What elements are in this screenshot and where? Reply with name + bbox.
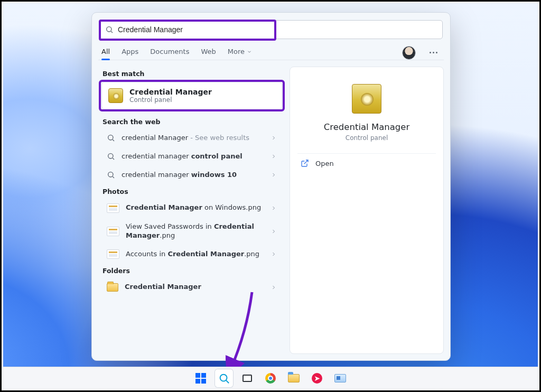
- chevron-right-icon: [270, 135, 277, 141]
- windows-logo-icon: [195, 373, 206, 384]
- svg-point-4: [108, 154, 113, 158]
- control-panel-icon: [334, 374, 346, 382]
- search-icon: [107, 171, 115, 179]
- details-subtitle: Control panel: [297, 134, 436, 142]
- best-match-subtitle: Control panel: [129, 96, 212, 104]
- section-best-match: Best match: [98, 67, 285, 81]
- photo-result[interactable]: Accounts in Credential Manager.png: [100, 245, 283, 264]
- svg-line-7: [113, 176, 114, 178]
- web-result[interactable]: credential Manager - See web results: [100, 129, 283, 147]
- image-thumbnail-icon: [107, 227, 119, 236]
- chevron-right-icon: [270, 228, 277, 235]
- credential-manager-icon: [352, 84, 381, 114]
- app-icon: ➤: [312, 373, 322, 384]
- details-title: Credential Manager: [297, 122, 436, 132]
- credential-manager-icon: [108, 88, 123, 103]
- best-match-result[interactable]: Credential Manager Control panel: [101, 82, 282, 109]
- taskbar-search-button[interactable]: [214, 369, 234, 388]
- svg-line-1: [111, 31, 113, 33]
- taskbar-app-control-panel[interactable]: [331, 369, 350, 388]
- search-input[interactable]: [118, 25, 437, 34]
- svg-line-10: [226, 380, 229, 382]
- result-details-pane: Credential Manager Control panel Open: [290, 67, 444, 354]
- user-avatar[interactable]: [402, 46, 416, 60]
- search-box[interactable]: [99, 20, 443, 39]
- svg-point-0: [107, 27, 111, 32]
- chevron-down-icon: [247, 49, 252, 54]
- task-view-button[interactable]: [238, 369, 257, 388]
- chevron-right-icon: [270, 251, 277, 257]
- task-view-icon: [242, 375, 252, 382]
- svg-line-3: [113, 140, 114, 142]
- svg-point-6: [108, 172, 113, 177]
- search-icon: [218, 372, 230, 384]
- search-icon: [107, 152, 115, 161]
- web-result[interactable]: credential manager windows 10: [100, 166, 283, 184]
- filter-tab-apps[interactable]: Apps: [122, 45, 138, 60]
- start-button[interactable]: [191, 369, 210, 388]
- image-thumbnail-icon: [107, 203, 119, 213]
- search-icon: [107, 134, 115, 142]
- filter-tab-all[interactable]: All: [101, 45, 110, 60]
- taskbar-app-red[interactable]: ➤: [307, 369, 327, 388]
- image-thumbnail-icon: [107, 249, 119, 259]
- chevron-right-icon: [270, 205, 277, 211]
- filter-tab-more[interactable]: More: [228, 45, 252, 60]
- taskbar-app-chrome[interactable]: [261, 369, 280, 388]
- filter-tab-web[interactable]: Web: [201, 45, 216, 60]
- filter-more-label: More: [228, 48, 245, 55]
- chevron-right-icon: [270, 284, 277, 291]
- section-search-web: Search the web: [98, 115, 285, 129]
- search-icon: [105, 25, 114, 34]
- photo-result[interactable]: Credential Manager on Windows.png: [100, 199, 283, 218]
- svg-line-5: [113, 158, 114, 160]
- photo-result[interactable]: View Saved Passwords in Credential Manag…: [100, 218, 283, 245]
- chrome-icon: [265, 373, 276, 384]
- filter-tab-documents[interactable]: Documents: [150, 45, 189, 60]
- open-icon: [301, 159, 309, 167]
- chevron-right-icon: [270, 153, 277, 160]
- folder-icon: [107, 283, 118, 292]
- folder-result[interactable]: Credential Manager: [100, 278, 283, 296]
- windows-search-panel: All Apps Documents Web More Best match C…: [91, 12, 451, 361]
- web-result[interactable]: credential manager control panel: [100, 147, 283, 166]
- file-explorer-icon: [288, 374, 300, 382]
- search-filter-tabs: All Apps Documents Web More: [92, 42, 450, 60]
- svg-line-8: [304, 160, 308, 164]
- chevron-right-icon: [270, 172, 277, 178]
- taskbar: ➤: [3, 367, 538, 389]
- open-label: Open: [315, 160, 334, 167]
- svg-point-9: [220, 374, 227, 381]
- section-folders: Folders: [98, 264, 285, 278]
- more-options-button[interactable]: [427, 50, 440, 55]
- section-photos: Photos: [98, 184, 285, 199]
- search-results-list: Best match Credential Manager Control pa…: [92, 60, 287, 360]
- svg-point-2: [108, 135, 113, 140]
- taskbar-app-explorer[interactable]: [284, 369, 303, 388]
- best-match-title: Credential Manager: [129, 88, 212, 96]
- open-action[interactable]: Open: [297, 153, 436, 173]
